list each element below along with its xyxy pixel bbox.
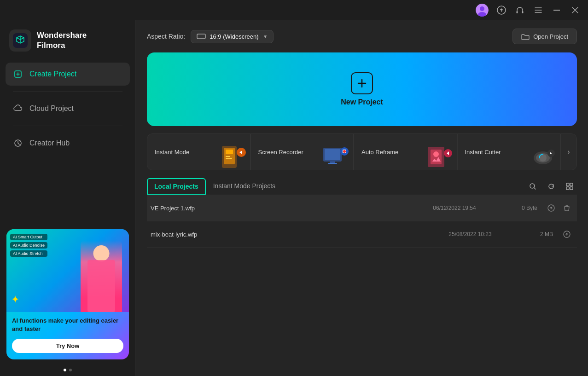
creator-hub-icon xyxy=(13,138,23,148)
sidebar-item-cloud-project[interactable]: Cloud Project xyxy=(6,97,130,120)
svg-rect-15 xyxy=(226,158,232,159)
svg-rect-19 xyxy=(330,162,335,163)
project-date: 25/08/2022 10:23 xyxy=(429,231,512,237)
headset-icon[interactable] xyxy=(514,5,525,16)
chevron-down-icon: ▼ xyxy=(263,34,268,39)
svg-rect-35 xyxy=(566,187,569,190)
upload-to-cloud-button[interactable] xyxy=(560,228,573,241)
new-project-inner: New Project xyxy=(341,72,383,106)
svg-rect-5 xyxy=(522,11,524,13)
project-name: VE Project 1.wfp xyxy=(151,205,413,212)
new-project-label: New Project xyxy=(341,98,383,106)
sidebar-divider-2 xyxy=(13,126,122,126)
tabs-row: Local Projects Instant Mode Projects xyxy=(147,178,577,195)
refresh-button[interactable] xyxy=(544,179,559,194)
content-area: Aspect Ratio: 16:9 (Widescreen) ▼ Open P… xyxy=(136,20,588,376)
project-list: VE Project 1.wfp 06/12/2022 19:54 0 Byte xyxy=(147,195,577,376)
tab-instant-mode-projects[interactable]: Instant Mode Projects xyxy=(206,178,283,195)
search-button[interactable] xyxy=(525,179,540,194)
more-features-arrow[interactable]: › xyxy=(560,133,577,170)
sidebar-ad-cta[interactable]: Try Now xyxy=(12,339,123,353)
sidebar-ad-badges: AI Smart Cutout AI Audio Denoise AI Audi… xyxy=(10,234,47,257)
table-row[interactable]: VE Project 1.wfp 06/12/2022 19:54 0 Byte xyxy=(147,195,577,221)
project-size: 0 Byte xyxy=(496,205,537,211)
create-project-icon xyxy=(13,69,23,79)
sidebar-item-create-project[interactable]: Create Project xyxy=(6,63,130,86)
close-button[interactable] xyxy=(570,5,581,16)
content-topbar: Aspect Ratio: 16:9 (Widescreen) ▼ Open P… xyxy=(136,20,588,52)
upload-to-cloud-button[interactable] xyxy=(545,202,558,214)
aspect-ratio-value: 16:9 (Widescreen) xyxy=(210,33,258,40)
svg-point-26 xyxy=(433,151,439,157)
sidebar-item-label: Creator Hub xyxy=(29,139,70,147)
carousel-dot-2[interactable] xyxy=(69,369,72,371)
sidebar-divider-1 xyxy=(13,91,122,92)
svg-rect-4 xyxy=(517,11,518,13)
new-project-banner[interactable]: New Project xyxy=(147,52,577,126)
tab-tools xyxy=(525,179,577,194)
instant-cutter-icon xyxy=(526,142,558,170)
carousel-dot-1[interactable] xyxy=(64,369,66,371)
sidebar-ad-text: AI functions make your editing easier an… xyxy=(6,312,129,335)
svg-rect-36 xyxy=(570,187,573,190)
svg-rect-33 xyxy=(566,183,569,186)
feature-card-auto-reframe[interactable]: Auto Reframe xyxy=(354,133,457,170)
aspect-ratio-group: Aspect Ratio: 16:9 (Widescreen) ▼ xyxy=(147,30,274,43)
svg-point-1 xyxy=(480,6,484,11)
svg-rect-10 xyxy=(197,34,205,39)
minimize-button[interactable] xyxy=(551,5,562,16)
main-layout: Wondershare Filmora Create Project Cloud… xyxy=(0,20,588,376)
sidebar-item-creator-hub[interactable]: Creator Hub xyxy=(6,132,130,155)
auto-reframe-icon xyxy=(423,142,455,170)
delete-project-button[interactable] xyxy=(560,202,573,214)
feature-card-screen-recorder[interactable]: Screen Recorder xyxy=(250,133,354,170)
user-avatar[interactable] xyxy=(476,4,489,17)
upload-icon[interactable] xyxy=(496,5,507,16)
svg-point-23 xyxy=(343,150,346,153)
feature-cards-row: Instant Mode Screen Recorder xyxy=(147,133,577,170)
app-logo: Wondershare Filmora xyxy=(0,20,135,63)
sidebar-item-label: Create Project xyxy=(29,70,76,78)
sidebar-nav: Create Project Cloud Project Creator Hub xyxy=(0,63,135,155)
project-actions xyxy=(545,202,573,214)
sidebar-ad-image: AI Smart Cutout AI Audio Denoise AI Audi… xyxy=(6,229,129,312)
screen-recorder-icon xyxy=(319,142,351,170)
feature-card-instant-cutter[interactable]: Instant Cutter xyxy=(457,133,561,170)
svg-rect-13 xyxy=(226,150,233,154)
open-project-button[interactable]: Open Project xyxy=(512,29,577,44)
aspect-ratio-select[interactable]: 16:9 (Widescreen) ▼ xyxy=(191,30,274,43)
sidebar-item-label: Cloud Project xyxy=(29,104,74,113)
project-actions xyxy=(560,228,573,241)
title-bar xyxy=(0,0,588,20)
svg-rect-18 xyxy=(325,149,340,160)
carousel-dots xyxy=(0,369,135,376)
app-name: Wondershare Filmora xyxy=(37,30,87,51)
grid-view-button[interactable] xyxy=(562,179,577,194)
project-section: Local Projects Instant Mode Projects xyxy=(147,178,577,376)
project-size: 2 MB xyxy=(512,231,553,237)
menu-icon[interactable] xyxy=(533,5,544,16)
sidebar-ad-banner[interactable]: AI Smart Cutout AI Audio Denoise AI Audi… xyxy=(6,229,129,359)
sidebar: Wondershare Filmora Create Project Cloud… xyxy=(0,20,136,376)
cloud-project-icon xyxy=(13,104,23,114)
new-project-plus-icon xyxy=(351,72,373,94)
logo-icon xyxy=(9,29,31,52)
instant-mode-icon xyxy=(216,142,248,170)
aspect-ratio-label: Aspect Ratio: xyxy=(147,33,185,40)
table-row[interactable]: mix-beat-lyric.wfp 25/08/2022 10:23 2 MB xyxy=(147,221,577,248)
svg-rect-34 xyxy=(570,183,573,186)
svg-rect-6 xyxy=(553,10,560,11)
svg-rect-14 xyxy=(226,156,230,157)
project-date: 06/12/2022 19:54 xyxy=(413,205,496,211)
svg-rect-20 xyxy=(328,163,337,164)
tab-local-projects[interactable]: Local Projects xyxy=(147,178,206,195)
feature-card-instant-mode[interactable]: Instant Mode xyxy=(147,133,250,170)
project-name: mix-beat-lyric.wfp xyxy=(151,231,429,238)
